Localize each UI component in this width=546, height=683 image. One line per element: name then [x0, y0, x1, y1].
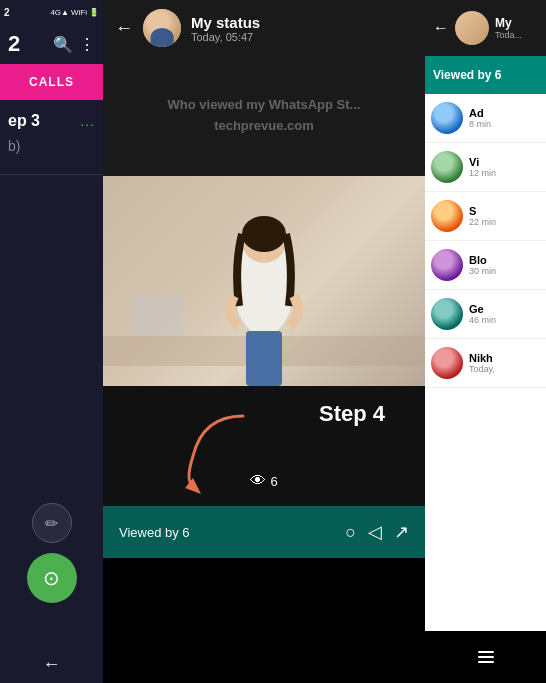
list-item[interactable]: Nikh Today,: [425, 339, 546, 388]
viewer-time: 12 min: [469, 168, 540, 178]
watermark-text: Who viewed my WhatsApp St... techprevue.…: [168, 95, 361, 137]
search-icon[interactable]: 🔍: [53, 35, 73, 54]
center-top-bar: ← My status Today, 05:47: [103, 0, 425, 56]
step4-label: Step 4: [319, 401, 385, 427]
status-time: 2: [4, 7, 10, 18]
viewer-info: Ad 8 min: [469, 107, 540, 129]
avatar: [143, 9, 181, 47]
list-item[interactable]: Blo 30 min: [425, 241, 546, 290]
fab-area: ✏ ⊙: [27, 503, 77, 603]
viewer-avatar: [431, 200, 463, 232]
watermark-area: Who viewed my WhatsApp St... techprevue.…: [103, 56, 425, 176]
right-header-subtitle: Toda...: [495, 30, 522, 40]
viewer-info: S 22 min: [469, 205, 540, 227]
signal-icon: 4G▲: [50, 8, 69, 17]
viewed-by-header: Viewed by 6: [425, 56, 546, 94]
viewer-avatar: [431, 151, 463, 183]
photo-bg: [103, 176, 425, 386]
more-icon[interactable]: ⋮: [79, 35, 95, 54]
menu-icon[interactable]: [478, 651, 494, 663]
step4-area: Step 4 👁 6: [103, 386, 425, 506]
svg-marker-4: [185, 478, 201, 494]
list-item[interactable]: Ge 46 min: [425, 290, 546, 339]
list-item[interactable]: Ad 8 min: [425, 94, 546, 143]
list-item[interactable]: S 22 min: [425, 192, 546, 241]
photo-area: [103, 176, 425, 386]
status-icons: 4G▲ WiFi 🔋: [50, 8, 99, 17]
right-header-title: My: [495, 16, 522, 30]
right-bottom-bar: [425, 631, 546, 683]
calls-label: CALLS: [29, 75, 74, 89]
edit-icon: ✏: [45, 514, 58, 533]
eye-count: 6: [270, 474, 277, 489]
back-nav-icon[interactable]: ←: [43, 654, 61, 674]
viewer-name: Ge: [469, 303, 540, 315]
status-bar: 2 4G▲ WiFi 🔋: [0, 0, 103, 24]
viewer-time: Today,: [469, 364, 540, 374]
step3-section: ep 3 ... b): [0, 100, 103, 175]
viewed-by-count: Viewed by 6: [119, 525, 333, 540]
viewer-name: Nikh: [469, 352, 540, 364]
viewer-info: Vi 12 min: [469, 156, 540, 178]
viewer-name: Ad: [469, 107, 540, 119]
more-options-icon[interactable]: ...: [80, 113, 95, 129]
top-bar-icons: 🔍 ⋮: [53, 35, 95, 54]
left-panel: 2 4G▲ WiFi 🔋 2 🔍 ⋮ CALLS ep 3 ... b) ✏ ⊙…: [0, 0, 103, 683]
viewer-avatar: [431, 102, 463, 134]
svg-point-2: [242, 216, 286, 252]
viewer-avatar: [431, 298, 463, 330]
step3-text: ep 3: [8, 112, 40, 130]
play-icon[interactable]: ◁: [368, 521, 382, 543]
viewer-list: Ad 8 min Vi 12 min S 22 min Blo 30 min G…: [425, 94, 546, 631]
viewer-name: S: [469, 205, 540, 217]
viewer-avatar: [431, 347, 463, 379]
top-bar: 2 🔍 ⋮: [0, 24, 103, 64]
avatar-image: [143, 9, 181, 47]
right-top-bar: ← My Toda...: [425, 0, 546, 56]
top-bar-number: 2: [8, 31, 20, 57]
viewer-time: 30 min: [469, 266, 540, 276]
wifi-icon: WiFi: [71, 8, 87, 17]
monitor-decoration: [133, 296, 183, 336]
header-subtitle: Today, 05:47: [191, 31, 413, 43]
header-info: My status Today, 05:47: [191, 14, 413, 43]
nav-bottom-left: ←: [43, 654, 61, 675]
center-bottom-bar: Viewed by 6 ○ ◁ ↗: [103, 506, 425, 558]
eye-counter: 👁 6: [250, 472, 277, 490]
right-header-info: My Toda...: [495, 16, 522, 40]
bracket-text: b): [8, 130, 95, 162]
watermark-line2: techprevue.com: [214, 118, 314, 133]
calls-tab[interactable]: CALLS: [0, 64, 103, 100]
header-title: My status: [191, 14, 413, 31]
right-back-icon[interactable]: ←: [433, 19, 449, 37]
share-icon[interactable]: ↗: [394, 521, 409, 543]
center-panel: ← My status Today, 05:47 Who viewed my W…: [103, 0, 425, 683]
viewer-name: Blo: [469, 254, 540, 266]
svg-rect-3: [246, 331, 282, 386]
right-panel: ← My Toda... Viewed by 6 Ad 8 min Vi 12 …: [425, 0, 546, 683]
viewed-by-header-text: Viewed by 6: [433, 68, 501, 82]
watermark-line1: Who viewed my WhatsApp St...: [168, 97, 361, 112]
viewer-time: 46 min: [469, 315, 540, 325]
list-item[interactable]: Vi 12 min: [425, 143, 546, 192]
viewer-name: Vi: [469, 156, 540, 168]
viewer-info: Nikh Today,: [469, 352, 540, 374]
viewer-time: 8 min: [469, 119, 540, 129]
step3-row: ep 3 ...: [8, 112, 95, 130]
camera-icon: ⊙: [43, 566, 60, 590]
battery-icon: 🔋: [89, 8, 99, 17]
viewer-info: Ge 46 min: [469, 303, 540, 325]
center-back-icon[interactable]: ←: [115, 18, 133, 39]
right-avatar: [455, 11, 489, 45]
eye-icon: 👁: [250, 472, 266, 490]
viewer-avatar: [431, 249, 463, 281]
edit-button[interactable]: ✏: [32, 503, 72, 543]
person-svg: [204, 186, 324, 386]
viewer-info: Blo 30 min: [469, 254, 540, 276]
circle-icon[interactable]: ○: [345, 522, 356, 543]
camera-button[interactable]: ⊙: [27, 553, 77, 603]
viewer-time: 22 min: [469, 217, 540, 227]
